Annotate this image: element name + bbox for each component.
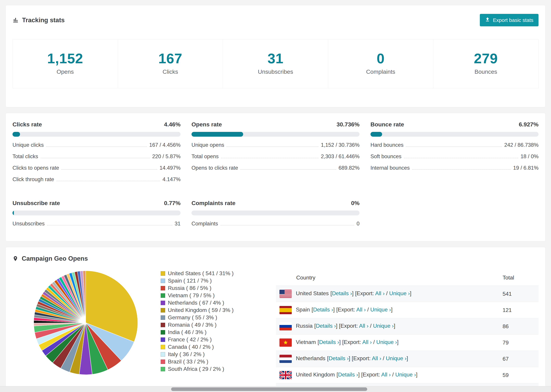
rate-head: Opens rate 30.736% [191, 121, 360, 128]
metric-value: 167 / 4.456% [149, 142, 181, 148]
legend-swatch [161, 337, 165, 342]
export-all-link[interactable]: All › [375, 290, 385, 296]
export-label: [Export: [352, 355, 371, 361]
details-link[interactable]: Details › [332, 290, 352, 296]
export-label: [Export: [342, 339, 361, 345]
export-unique-link[interactable]: Unique › [373, 323, 394, 329]
export-all-link[interactable]: All › [362, 339, 372, 345]
rate-title: Opens rate [191, 121, 222, 128]
rate-value: 30.736% [337, 121, 360, 128]
us-flag-icon [279, 290, 292, 298]
metric-label: Total opens [191, 153, 219, 160]
rate-value: 0% [351, 200, 360, 206]
bracket: [ [318, 339, 319, 345]
metric-label: Hard bounces [370, 142, 403, 148]
metric-label: Clicks to opens rate [13, 165, 59, 171]
legend-swatch [161, 359, 165, 364]
export-basic-stats-label: Export basic stats [493, 17, 533, 23]
horizontal-scrollbar[interactable] [0, 386, 551, 392]
country-total: 121 [499, 302, 538, 318]
details-link[interactable]: Details › [319, 339, 339, 345]
geo-table-row-vn: Vietnam[Details ›] [Export: All › / Uniq… [276, 335, 538, 351]
bracket: ] [349, 355, 350, 361]
geo-table-header-total: Total [499, 270, 538, 286]
dotted-leader [406, 147, 502, 147]
country-cell: United States[Details ›] [Export: All › … [276, 286, 499, 302]
metric-value: 4.147% [162, 176, 181, 182]
legend-label: Italy ( 36 / 2% ) [168, 352, 205, 357]
legend-label: India ( 46 / 3% ) [168, 329, 206, 335]
rate-rows: Unsubscribes 31 [13, 220, 181, 227]
geo-opens-header: Campaign Geo Opens [13, 255, 538, 262]
bracket: ] [339, 339, 341, 345]
legend-item: Romania ( 49 / 3% ) [161, 322, 233, 328]
opens-rate-progress-bar [191, 132, 360, 137]
legend-swatch [161, 286, 165, 290]
metric-row: Unsubscribes 31 [13, 220, 181, 227]
metric-row: Click through rate 4.147% [13, 176, 181, 182]
legend-swatch [161, 293, 165, 298]
legend-label: Brazil ( 33 / 2% ) [168, 359, 208, 364]
stat-label: Bounces [433, 68, 538, 75]
details-link[interactable]: Details › [316, 323, 336, 329]
details-link[interactable]: Details › [313, 307, 333, 313]
metric-label: Soft bounces [370, 153, 402, 160]
metric-label: Click through rate [13, 176, 54, 182]
stat-box-complaints: 0 Complaints [328, 39, 433, 88]
export-icon [485, 17, 490, 23]
dotted-leader [57, 181, 160, 181]
bracket: ] [397, 339, 399, 345]
export-all-link[interactable]: All › [356, 307, 366, 313]
export-unique-link[interactable]: Unique › [389, 290, 410, 296]
legend-swatch [161, 352, 165, 357]
country-name: United States [296, 290, 329, 296]
country-total: 541 [499, 286, 538, 302]
dotted-leader [220, 225, 354, 225]
metric-value: 242 / 86.738% [504, 142, 538, 148]
stat-summary-row: 1,152 Opens 167 Clicks 31 Unsubscribes 0… [13, 39, 538, 88]
legend-item: India ( 46 / 3% ) [161, 329, 233, 335]
legend-label: Romania ( 49 / 3% ) [168, 322, 217, 328]
stat-value: 0 [328, 51, 433, 65]
bar-chart-icon [13, 17, 19, 23]
horizontal-scrollbar-thumb[interactable] [171, 387, 367, 391]
rate-value: 0.77% [164, 200, 181, 206]
rate-rows: Unique opens 1,152 / 30.736% Total opens… [191, 142, 360, 171]
metric-row: Total opens 2,303 / 61.446% [191, 153, 360, 160]
export-basic-stats-button[interactable]: Export basic stats [480, 14, 538, 26]
legend-swatch [161, 315, 165, 320]
metric-row: Unique clicks 167 / 4.456% [13, 142, 181, 148]
export-unique-link[interactable]: Unique › [376, 339, 397, 345]
export-all-link[interactable]: All › [372, 355, 381, 361]
progress-fill [13, 132, 20, 137]
export-unique-link[interactable]: Unique › [370, 307, 391, 313]
metric-label: Unsubscribes [13, 220, 45, 227]
legend-item: South Africa ( 29 / 2% ) [161, 366, 233, 372]
export-all-link[interactable]: All › [359, 323, 368, 329]
ru-flag-icon [279, 322, 292, 330]
geo-table-row-us: United States[Details ›] [Export: All › … [276, 286, 538, 302]
details-link[interactable]: Details › [329, 355, 349, 361]
metric-row: Unique opens 1,152 / 30.736% [191, 142, 360, 148]
bracket: ] [352, 290, 353, 296]
metric-label: Total clicks [13, 153, 38, 160]
export-unique-link[interactable]: Unique › [395, 371, 416, 378]
legend-swatch [161, 279, 165, 283]
legend-label: United States ( 541 / 31% ) [168, 271, 233, 276]
metric-value: 1,152 / 30.736% [321, 142, 360, 148]
legend-item: Germany ( 55 / 3% ) [161, 315, 233, 320]
stat-value: 1,152 [13, 51, 118, 65]
export-all-link[interactable]: All › [381, 371, 391, 378]
details-link[interactable]: Details › [338, 371, 358, 378]
legend-label: Russia ( 86 / 5% ) [168, 286, 211, 291]
bracket: ] [394, 323, 395, 329]
country-total: 67 [499, 351, 538, 367]
rate-head: Complaints rate 0% [191, 200, 360, 206]
export-label: [Export: [339, 323, 358, 329]
export-unique-link[interactable]: Unique › [386, 355, 407, 361]
country-name: Netherlands [296, 355, 325, 361]
country-cell: Netherlands[Details ›] [Export: All › / … [276, 351, 499, 367]
rates-grid: Clicks rate 4.46% Unique clicks 167 / 4.… [13, 121, 538, 227]
slash: / [386, 290, 388, 296]
rate-head: Clicks rate 4.46% [13, 121, 181, 128]
